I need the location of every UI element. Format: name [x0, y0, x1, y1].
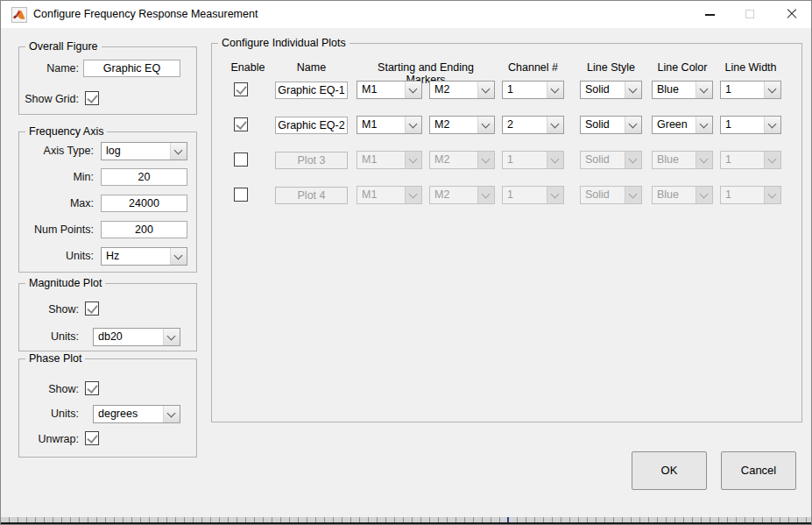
line-color-value: Blue: [657, 82, 679, 98]
channel-select[interactable]: 2: [502, 116, 564, 134]
end-marker-select[interactable]: M2: [429, 116, 495, 134]
chevron-down-icon: [477, 117, 494, 133]
start-marker-select[interactable]: M1: [357, 116, 422, 134]
dialog-window: Configure Frequency Response Measurement…: [0, 0, 812, 525]
line-style-select: Solid: [580, 151, 642, 169]
line-style-value: Solid: [585, 82, 610, 98]
magnitude-plot-group: Magnitude Plot Show: Units: db20: [18, 283, 197, 351]
min-field[interactable]: 20: [101, 168, 187, 186]
frequency-axis-group: Frequency Axis Axis Type: log Min: 20 Ma…: [18, 131, 197, 273]
channel-select: 1: [502, 186, 564, 204]
phase-show-checkbox[interactable]: [85, 381, 99, 395]
ok-button[interactable]: OK: [632, 451, 707, 490]
plot-name-field: Plot 4: [275, 187, 348, 204]
name-label: Name:: [19, 62, 79, 74]
line-color-select[interactable]: Green: [652, 116, 713, 134]
max-field[interactable]: 24000: [101, 195, 187, 212]
chevron-down-icon: [405, 152, 421, 168]
start-marker-value: M1: [362, 117, 377, 133]
line-style-select[interactable]: Solid: [580, 116, 642, 134]
chevron-down-icon: [764, 152, 780, 168]
chevron-down-icon: [170, 143, 187, 160]
channel-value: 1: [507, 82, 513, 98]
line-width-value: 1: [725, 82, 731, 98]
units-label: Units:: [19, 250, 94, 262]
end-marker-value: M2: [434, 82, 449, 98]
axis-type-select[interactable]: log: [101, 142, 187, 160]
overall-figure-group: Overall Figure Name: Graphic EQ Show Gri…: [18, 46, 197, 115]
enable-checkbox[interactable]: [234, 153, 248, 167]
column-header-enable: Enable: [221, 61, 275, 74]
matlab-logo-icon: [11, 7, 27, 23]
magnitude-units-value: db20: [98, 329, 123, 345]
minimize-button[interactable]: [689, 1, 730, 28]
unwrap-checkbox[interactable]: [85, 431, 99, 445]
frequency-units-value: Hz: [106, 248, 119, 265]
chevron-down-icon: [764, 117, 780, 133]
line-style-value: Solid: [585, 117, 610, 133]
start-marker-value: M1: [362, 187, 377, 203]
chevron-down-icon: [695, 117, 712, 133]
figure-name-field[interactable]: Graphic EQ: [83, 60, 180, 77]
max-label: Max:: [19, 197, 94, 209]
line-width-value: 1: [725, 117, 731, 133]
column-header-channel: Channel #: [502, 61, 564, 74]
chevron-down-icon: [547, 187, 563, 203]
start-marker-select[interactable]: M1: [357, 81, 422, 99]
enable-checkbox[interactable]: [234, 188, 248, 202]
line-color-select: Blue: [652, 151, 713, 169]
maximize-icon: [745, 10, 754, 18]
magnitude-show-checkbox[interactable]: [85, 302, 99, 316]
frequency-units-select[interactable]: Hz: [101, 247, 187, 266]
line-width-select[interactable]: 1: [720, 81, 781, 99]
chevron-down-icon: [477, 152, 494, 168]
unwrap-label: Unwrap:: [19, 433, 79, 445]
line-color-value: Blue: [657, 187, 679, 203]
axis-type-value: log: [106, 143, 121, 160]
close-button[interactable]: [770, 1, 812, 28]
minimize-icon: [705, 14, 715, 16]
units-label: Units:: [19, 330, 79, 343]
show-grid-checkbox[interactable]: [85, 91, 99, 105]
plot-row: Graphic EQ-1 M1 M2 1 Solid Blue 1: [212, 81, 801, 100]
line-color-value: Green: [657, 117, 688, 133]
enable-checkbox[interactable]: [234, 82, 248, 96]
channel-select[interactable]: 1: [502, 81, 564, 99]
cancel-button[interactable]: Cancel: [721, 451, 796, 490]
plot-name-field[interactable]: Graphic EQ-2: [275, 117, 348, 134]
titlebar: Configure Frequency Response Measurement: [1, 1, 811, 28]
plot-name-field[interactable]: Graphic EQ-1: [275, 82, 348, 99]
line-style-value: Solid: [585, 152, 610, 168]
chevron-down-icon: [477, 82, 494, 98]
phase-units-select[interactable]: degrees: [93, 405, 180, 423]
line-width-value: 1: [725, 152, 731, 168]
chevron-down-icon: [547, 117, 563, 133]
chevron-down-icon: [764, 187, 780, 203]
enable-checkbox[interactable]: [234, 117, 248, 131]
end-marker-select[interactable]: M2: [429, 81, 495, 99]
line-color-select: Blue: [652, 186, 713, 204]
plot-row: Plot 4 M1 M2 1 Solid Blue 1: [212, 186, 801, 205]
chevron-down-icon: [625, 117, 641, 133]
maximize-button: [730, 1, 770, 28]
line-color-select[interactable]: Blue: [652, 81, 713, 99]
chevron-down-icon: [405, 82, 421, 98]
magnitude-units-select[interactable]: db20: [93, 328, 180, 346]
chevron-down-icon: [625, 187, 641, 203]
plot-name-field: Plot 3: [275, 152, 348, 169]
group-title: Overall Figure: [25, 40, 102, 53]
chevron-down-icon: [695, 82, 712, 98]
line-width-select[interactable]: 1: [720, 116, 781, 134]
line-style-select[interactable]: Solid: [580, 81, 642, 99]
chevron-down-icon: [695, 152, 712, 168]
num-points-field[interactable]: 200: [101, 221, 187, 238]
show-label: Show:: [19, 303, 79, 316]
chevron-down-icon: [477, 187, 494, 203]
channel-select: 1: [502, 151, 564, 169]
start-marker-select: M1: [357, 151, 422, 169]
plot-row: Graphic EQ-2 M1 M2 2 Solid Green 1: [212, 116, 801, 135]
chevron-down-icon: [695, 187, 712, 203]
show-label: Show:: [19, 383, 79, 395]
chevron-down-icon: [405, 117, 421, 133]
plot-row: Plot 3 M1 M2 1 Solid Blue 1: [212, 151, 801, 170]
